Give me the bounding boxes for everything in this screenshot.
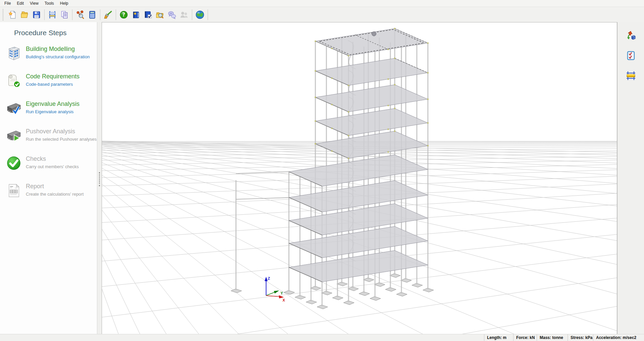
step-eigenvalue-analysis[interactable]: Eigenvalue Analysis Run Eigenvalue analy… <box>6 100 97 116</box>
step-pushover-analysis[interactable]: Pushover Analysis Run the selected Pusho… <box>6 128 97 143</box>
axis-triad: Z Y X <box>265 276 285 302</box>
display-options-icon <box>104 10 112 19</box>
community-button <box>178 8 190 21</box>
model-viewport[interactable]: Z Y X <box>102 22 617 334</box>
x-axis-label: X <box>282 298 285 302</box>
step-subtitle: Run Eigenvalue analysis <box>26 109 79 114</box>
save-project-icon <box>32 10 41 19</box>
step-subtitle: Run the selected Pushover analyses <box>26 137 97 142</box>
step-title: Eigenvalue Analysis <box>26 101 79 107</box>
calculator-button[interactable] <box>86 8 98 21</box>
toolbar-separator <box>100 9 100 20</box>
status-stress-unit: Stress: kPa <box>568 334 593 341</box>
step-checks[interactable]: Checks Carry out members' checks <box>6 155 97 171</box>
eigenvalue-chip-icon <box>6 100 21 116</box>
sidebar-title: Procedure Steps <box>14 29 97 37</box>
new-project-button[interactable] <box>6 8 18 21</box>
report-generator-icon <box>60 10 69 19</box>
status-length-unit: Length: m <box>484 334 513 341</box>
step-title: Checks <box>26 156 79 162</box>
example-files-icon <box>156 10 164 19</box>
step-title: Report <box>26 183 84 190</box>
building-modeller-button[interactable] <box>46 8 58 21</box>
toolbar-separator <box>44 9 45 20</box>
checks-list-button[interactable] <box>625 50 637 62</box>
website-globe-icon <box>195 10 205 19</box>
report-generator-button[interactable] <box>58 8 70 21</box>
z-axis-label: Z <box>268 276 270 280</box>
toolbar-separator <box>208 9 208 20</box>
status-acceleration-unit: Acceleration: m/sec2 <box>593 334 644 341</box>
status-mass-unit: Mass: tonne <box>537 334 568 341</box>
forum-icon <box>168 10 176 19</box>
step-building-modelling[interactable]: Building Modelling Building's structural… <box>6 46 97 61</box>
checks-list-icon <box>626 51 636 61</box>
eigenvalue-tool-icon <box>76 10 85 19</box>
menu-bar: File Edit View Tools Help <box>0 0 644 7</box>
svg-text:?: ? <box>122 12 125 18</box>
calculator-icon <box>88 10 97 19</box>
step-title: Code Requirements <box>26 73 79 80</box>
building-modeller-icon <box>48 10 57 19</box>
new-project-icon <box>8 10 17 19</box>
view-3d-model-icon <box>626 30 636 41</box>
model-3d-scene: Z Y X <box>102 22 617 334</box>
menu-view[interactable]: View <box>27 0 42 6</box>
procedure-steps-panel: Procedure Steps Building Mo <box>0 22 97 334</box>
status-force-unit: Force: kN <box>513 334 537 341</box>
member-section-button[interactable] <box>625 70 637 82</box>
help-button[interactable]: ? <box>118 8 130 21</box>
code-scroll-icon <box>6 73 21 88</box>
toolbar-separator <box>116 9 116 20</box>
menu-tools[interactable]: Tools <box>42 0 57 6</box>
member-section-icon <box>626 71 636 81</box>
y-axis-label: Y <box>280 291 283 295</box>
sidebar-splitter[interactable] <box>97 22 102 334</box>
z-axis-arrow-icon <box>265 277 268 281</box>
building-icon <box>6 46 21 61</box>
pushover-chip-icon <box>6 128 21 143</box>
save-project-button[interactable] <box>31 8 43 21</box>
help-icon: ? <box>119 10 128 19</box>
step-subtitle: Create the calculations' report <box>26 192 84 197</box>
tutorial-book-button[interactable] <box>142 8 154 21</box>
view-3d-model-button[interactable] <box>625 29 637 42</box>
toolbar-grip[interactable] <box>3 9 4 20</box>
content-area: Procedure Steps Building Mo <box>0 22 644 334</box>
right-tool-panel <box>617 22 644 334</box>
menu-help[interactable]: Help <box>57 0 71 6</box>
display-options-button[interactable] <box>102 8 114 21</box>
splitter-grip-icon <box>99 172 100 186</box>
y-axis-arrow-icon <box>274 290 279 293</box>
manual-book-icon <box>131 10 140 19</box>
toolbar-separator <box>72 9 72 20</box>
forum-button[interactable] <box>166 8 178 21</box>
community-icon <box>180 10 189 19</box>
menu-edit[interactable]: Edit <box>14 0 27 6</box>
website-button[interactable] <box>194 8 206 21</box>
step-subtitle: Building's structural configuration <box>26 54 90 59</box>
tutorial-book-icon <box>144 10 152 19</box>
checks-circle-icon <box>6 155 21 171</box>
main-toolbar: ? <box>0 7 644 22</box>
menu-file[interactable]: File <box>1 0 14 6</box>
eigenvalue-tool-button[interactable] <box>74 8 86 21</box>
step-subtitle: Code-based parameters <box>26 82 79 87</box>
status-bar: Length: m Force: kN Mass: tonne Stress: … <box>0 334 644 341</box>
open-project-button[interactable] <box>18 8 31 21</box>
step-title: Pushover Analysis <box>26 128 97 135</box>
step-code-requirements[interactable]: Code Requirements Code-based parameters <box>6 73 97 88</box>
step-report[interactable]: Report Create the calculations' report <box>6 183 97 198</box>
step-title: Building Modelling <box>26 46 90 52</box>
toolbar-separator <box>192 9 192 20</box>
open-project-icon <box>20 10 29 19</box>
manual-book-button[interactable] <box>130 8 142 21</box>
report-doc-icon <box>6 183 21 198</box>
step-subtitle: Carry out members' checks <box>26 164 79 169</box>
example-files-button[interactable] <box>154 8 166 21</box>
